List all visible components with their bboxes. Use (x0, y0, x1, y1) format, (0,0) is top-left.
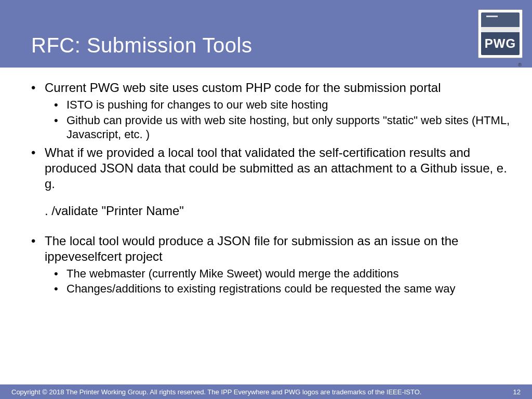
bullet-text: What if we provided a local tool that va… (45, 145, 507, 191)
bullet-text: Current PWG web site uses custom PHP cod… (45, 81, 441, 95)
page-number: 12 (513, 388, 521, 396)
slide-title: RFC: Submission Tools (31, 34, 252, 57)
slide-header: RFC: Submission Tools PWG ® (0, 0, 532, 68)
sub-bullet-list: ISTO is pushing for changes to our web s… (45, 98, 516, 142)
list-item: ISTO is pushing for changes to our web s… (45, 98, 516, 112)
slide-content: Current PWG web site uses custom PHP cod… (0, 68, 532, 384)
list-item: Current PWG web site uses custom PHP cod… (16, 80, 516, 142)
list-item: The webmaster (currently Mike Sweet) wou… (45, 267, 516, 281)
list-item: What if we provided a local tool that va… (16, 145, 516, 192)
list-item: The local tool would produce a JSON file… (16, 233, 516, 296)
sub-bullet-list: The webmaster (currently Mike Sweet) wou… (45, 267, 516, 296)
registered-mark: ® (518, 62, 522, 68)
slide-footer: Copyright © 2018 The Printer Working Gro… (0, 384, 532, 399)
pwg-logo: PWG (478, 9, 523, 58)
list-item: Changes/additions to existing registrati… (45, 282, 516, 296)
bullet-text: The local tool would produce a JSON file… (45, 234, 458, 263)
bullet-list: Current PWG web site uses custom PHP cod… (16, 80, 516, 192)
code-example: . /validate "Printer Name" (16, 203, 516, 219)
pwg-logo-icon (481, 12, 520, 32)
copyright-text: Copyright © 2018 The Printer Working Gro… (11, 388, 421, 396)
bullet-list: The local tool would produce a JSON file… (16, 233, 516, 296)
pwg-logo-text: PWG (481, 32, 520, 55)
list-item: Github can provide us with web site host… (45, 113, 516, 142)
